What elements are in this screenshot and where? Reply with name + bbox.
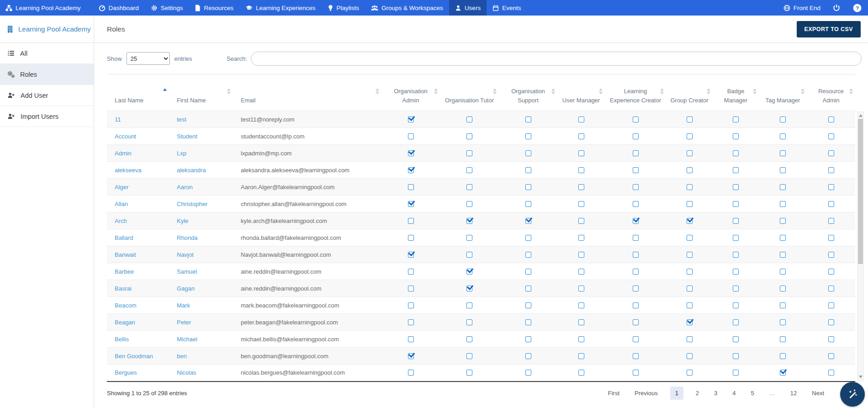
role-checkbox-tag-manager[interactable] <box>780 218 786 224</box>
role-checkbox-group-creator[interactable] <box>687 269 693 275</box>
role-checkbox-user-manager[interactable] <box>578 235 584 241</box>
magic-wand-fab[interactable] <box>840 382 865 407</box>
last-name-link[interactable]: Alger <box>115 184 128 191</box>
role-checkbox-organisation-tutor[interactable] <box>466 201 472 207</box>
last-name-link[interactable]: 11 <box>115 116 121 123</box>
role-checkbox-organisation-admin[interactable] <box>408 286 414 291</box>
role-checkbox-organisation-tutor[interactable] <box>466 302 472 308</box>
role-checkbox-group-creator[interactable] <box>687 336 693 342</box>
first-name-link[interactable]: Gagan <box>177 285 195 292</box>
first-name-link[interactable]: Peter <box>177 319 191 326</box>
role-checkbox-learning-experience-creator[interactable] <box>633 286 639 291</box>
role-checkbox-organisation-support[interactable] <box>525 353 531 359</box>
role-checkbox-organisation-admin[interactable] <box>408 235 414 241</box>
role-checkbox-group-creator[interactable] <box>687 252 693 258</box>
vertical-scrollbar[interactable] <box>857 111 864 381</box>
last-name-link[interactable]: Admin <box>115 150 132 157</box>
role-checkbox-user-manager[interactable] <box>578 150 584 156</box>
role-checkbox-organisation-admin[interactable] <box>408 370 414 376</box>
role-checkbox-user-manager[interactable] <box>578 252 584 258</box>
role-checkbox-user-manager[interactable] <box>578 167 584 173</box>
role-checkbox-learning-experience-creator[interactable] <box>633 184 639 190</box>
role-checkbox-tag-manager[interactable] <box>780 336 786 342</box>
role-checkbox-badge-manager[interactable] <box>733 269 739 275</box>
role-checkbox-tag-manager[interactable] <box>780 133 786 139</box>
last-name-link[interactable]: Beagan <box>115 319 135 326</box>
role-checkbox-tag-manager[interactable] <box>780 286 786 291</box>
role-checkbox-resource-admin[interactable] <box>828 336 834 342</box>
role-checkbox-user-manager[interactable] <box>578 370 584 376</box>
role-checkbox-tag-manager[interactable] <box>780 302 786 308</box>
role-checkbox-learning-experience-creator[interactable] <box>633 302 639 308</box>
role-checkbox-organisation-admin[interactable] <box>408 302 414 308</box>
last-name-link[interactable]: Bellis <box>115 336 129 343</box>
role-checkbox-learning-experience-creator[interactable] <box>633 336 639 342</box>
pagination-5[interactable]: 5 <box>748 387 757 400</box>
role-checkbox-badge-manager[interactable] <box>733 302 739 308</box>
column-header-email[interactable]: Email <box>233 74 381 111</box>
role-checkbox-organisation-admin[interactable] <box>408 336 414 342</box>
role-checkbox-badge-manager[interactable] <box>733 167 739 173</box>
pagination-12[interactable]: 12 <box>788 387 799 400</box>
last-name-link[interactable]: Basrai <box>115 285 132 292</box>
role-checkbox-tag-manager[interactable] <box>780 117 786 122</box>
column-header-tag-manager[interactable]: Tag Manager <box>759 74 807 111</box>
role-checkbox-organisation-admin[interactable] <box>408 167 414 173</box>
first-name-link[interactable]: ben <box>177 353 187 360</box>
role-checkbox-tag-manager[interactable] <box>780 184 786 190</box>
role-checkbox-organisation-support[interactable] <box>525 150 531 156</box>
role-checkbox-organisation-admin[interactable] <box>408 353 414 359</box>
role-checkbox-learning-experience-creator[interactable] <box>633 269 639 275</box>
role-checkbox-resource-admin[interactable] <box>828 167 834 173</box>
role-checkbox-resource-admin[interactable] <box>828 184 834 190</box>
nav-item-resources[interactable]: Resources <box>189 0 239 16</box>
role-checkbox-badge-manager[interactable] <box>733 201 739 207</box>
role-checkbox-resource-admin[interactable] <box>828 150 834 156</box>
role-checkbox-tag-manager[interactable] <box>780 269 786 275</box>
help-button[interactable]: ? <box>847 0 868 16</box>
role-checkbox-organisation-admin[interactable] <box>408 117 414 122</box>
role-checkbox-learning-experience-creator[interactable] <box>633 201 639 207</box>
first-name-link[interactable]: Mark <box>177 302 190 309</box>
column-header-first-name[interactable]: First Name <box>169 74 233 111</box>
role-checkbox-organisation-tutor[interactable] <box>466 252 472 258</box>
role-checkbox-organisation-tutor[interactable] <box>466 117 472 122</box>
role-checkbox-organisation-admin[interactable] <box>408 150 414 156</box>
pagination-first[interactable]: First <box>605 387 622 400</box>
role-checkbox-organisation-support[interactable] <box>525 269 531 275</box>
column-header-user-manager[interactable]: User Manager <box>557 74 605 111</box>
sidebar-item-roles[interactable]: Roles <box>0 64 94 85</box>
role-checkbox-group-creator[interactable] <box>687 218 693 224</box>
column-header-group-creator[interactable]: Group Creator <box>666 74 713 111</box>
role-checkbox-organisation-support[interactable] <box>525 336 531 342</box>
role-checkbox-user-manager[interactable] <box>578 201 584 207</box>
nav-item-users[interactable]: Users <box>449 0 487 16</box>
role-checkbox-organisation-support[interactable] <box>525 201 531 207</box>
last-name-link[interactable]: Allan <box>115 201 128 207</box>
role-checkbox-resource-admin[interactable] <box>828 286 834 291</box>
role-checkbox-badge-manager[interactable] <box>733 133 739 139</box>
role-checkbox-organisation-support[interactable] <box>525 252 531 258</box>
nav-item-playlists[interactable]: Playlists <box>322 0 365 16</box>
role-checkbox-group-creator[interactable] <box>687 235 693 241</box>
role-checkbox-user-manager[interactable] <box>578 184 584 190</box>
role-checkbox-resource-admin[interactable] <box>828 218 834 224</box>
last-name-link[interactable]: Bergues <box>115 369 137 376</box>
role-checkbox-user-manager[interactable] <box>578 218 584 224</box>
brand-learning-pool-academy[interactable]: Learning Pool Academy <box>0 0 93 16</box>
pagination-1[interactable]: 1 <box>670 387 683 400</box>
nav-item-events[interactable]: Events <box>487 0 527 16</box>
column-header-organisation-tutor[interactable]: Organisation Tutor <box>440 74 499 111</box>
role-checkbox-group-creator[interactable] <box>687 167 693 173</box>
last-name-link[interactable]: alekseeva <box>115 167 142 174</box>
last-name-link[interactable]: Ballard <box>115 234 133 241</box>
role-checkbox-badge-manager[interactable] <box>733 150 739 156</box>
column-header-learning-experience-creator[interactable]: Learning Experience Creator <box>605 74 666 111</box>
page-size-select[interactable]: 25 <box>127 52 170 65</box>
role-checkbox-badge-manager[interactable] <box>733 252 739 258</box>
sidebar-item-import-users[interactable]: Import Users <box>0 106 94 127</box>
role-checkbox-group-creator[interactable] <box>687 370 693 376</box>
scroll-up-arrow[interactable] <box>857 112 863 119</box>
role-checkbox-resource-admin[interactable] <box>828 201 834 207</box>
role-checkbox-organisation-tutor[interactable] <box>466 336 472 342</box>
